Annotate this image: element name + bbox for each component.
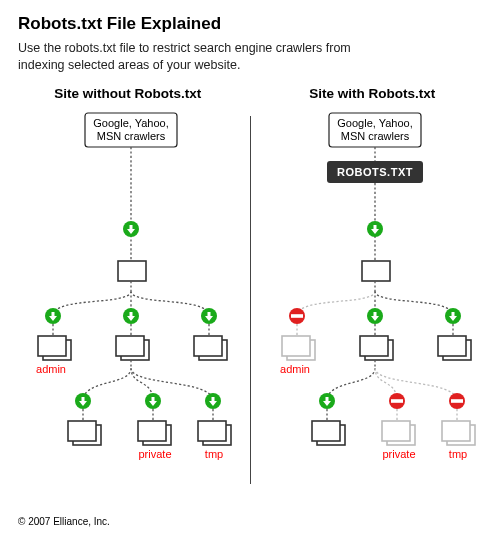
block-icon bbox=[289, 308, 305, 324]
page-title: Robots.txt File Explained bbox=[18, 14, 484, 34]
folder-root bbox=[118, 261, 146, 281]
folder-mid bbox=[360, 336, 393, 360]
conn-dim bbox=[297, 291, 375, 316]
folder-root bbox=[362, 261, 390, 281]
svg-rect-34 bbox=[391, 399, 403, 403]
label-admin: admin bbox=[280, 363, 310, 375]
label-tmp: tmp bbox=[205, 448, 223, 460]
folder-private bbox=[138, 421, 171, 445]
svg-rect-21 bbox=[362, 261, 390, 281]
folder-mid-right bbox=[438, 336, 471, 360]
svg-rect-1 bbox=[118, 261, 146, 281]
label-private: private bbox=[383, 448, 416, 460]
allow-icon bbox=[123, 221, 139, 237]
header: Robots.txt File Explained Use the robots… bbox=[0, 0, 500, 76]
block-icon bbox=[449, 393, 465, 409]
col-with-robots: Site with Robots.txt Google, Yahoo, MSN … bbox=[255, 84, 491, 494]
folder-bottom-left bbox=[312, 421, 345, 445]
folder-tmp-blocked bbox=[442, 421, 475, 445]
crawler-text-1: Google, Yahoo, bbox=[338, 117, 413, 129]
svg-rect-23 bbox=[291, 314, 303, 318]
allow-icon bbox=[123, 308, 139, 324]
svg-rect-36 bbox=[451, 399, 463, 403]
svg-rect-8 bbox=[116, 336, 144, 356]
folder-tmp bbox=[198, 421, 231, 445]
label-private: private bbox=[138, 448, 171, 460]
label-admin: admin bbox=[36, 363, 66, 375]
svg-rect-38 bbox=[312, 421, 340, 441]
diagram-right: Google, Yahoo, MSN crawlers ROBOTS.TXT bbox=[257, 111, 487, 491]
folder-mid-right bbox=[194, 336, 227, 360]
allow-icon bbox=[145, 393, 161, 409]
allow-icon bbox=[319, 393, 335, 409]
crawler-text-2: MSN crawlers bbox=[97, 130, 166, 142]
conn bbox=[327, 360, 375, 401]
allow-icon bbox=[445, 308, 461, 324]
allow-icon bbox=[201, 308, 217, 324]
svg-rect-19 bbox=[198, 421, 226, 441]
allow-icon bbox=[205, 393, 221, 409]
conn bbox=[375, 281, 453, 316]
svg-rect-6 bbox=[38, 336, 66, 356]
footer-copyright: © 2007 Elliance, Inc. bbox=[18, 516, 110, 527]
label-tmp: tmp bbox=[449, 448, 467, 460]
robots-text: ROBOTS.TXT bbox=[337, 166, 413, 178]
crawler-text-2: MSN crawlers bbox=[341, 130, 410, 142]
allow-icon bbox=[367, 308, 383, 324]
page-subtitle: Use the robots.txt file to restrict sear… bbox=[18, 40, 398, 74]
svg-rect-42 bbox=[442, 421, 470, 441]
column-divider bbox=[250, 116, 251, 484]
crawler-text-1: Google, Yahoo, bbox=[93, 117, 168, 129]
svg-rect-17 bbox=[138, 421, 166, 441]
diagram-columns: Site without Robots.txt Google, Yahoo, M… bbox=[0, 76, 500, 494]
block-icon bbox=[389, 393, 405, 409]
folder-bottom-left bbox=[68, 421, 101, 445]
col-title-left: Site without Robots.txt bbox=[10, 86, 246, 101]
svg-rect-40 bbox=[382, 421, 410, 441]
allow-icon bbox=[45, 308, 61, 324]
diagram-left: Google, Yahoo, MSN crawlers bbox=[13, 111, 243, 491]
folder-mid bbox=[116, 336, 149, 360]
svg-rect-15 bbox=[68, 421, 96, 441]
allow-icon bbox=[75, 393, 91, 409]
svg-rect-31 bbox=[438, 336, 466, 356]
col-without-robots: Site without Robots.txt Google, Yahoo, M… bbox=[10, 84, 246, 494]
conn-dim bbox=[375, 368, 457, 401]
folder-private-blocked bbox=[382, 421, 415, 445]
folder-admin-blocked bbox=[282, 336, 315, 360]
col-title-right: Site with Robots.txt bbox=[255, 86, 491, 101]
folder-admin bbox=[38, 336, 71, 360]
svg-rect-27 bbox=[282, 336, 310, 356]
svg-rect-29 bbox=[360, 336, 388, 356]
svg-rect-10 bbox=[194, 336, 222, 356]
allow-icon bbox=[367, 221, 383, 237]
